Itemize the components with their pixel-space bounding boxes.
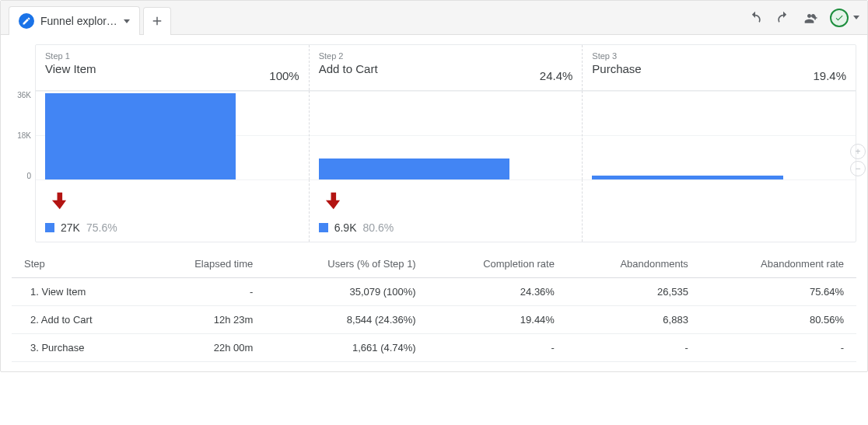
cell-elapsed: 12h 23m [145,306,265,334]
cell-arate: 80.56% [701,306,856,334]
step-label: Step 3 [592,51,641,61]
step-pct: 24.4% [540,69,573,84]
dropoff-slot-2: 6.9K 80.6% [310,179,583,242]
cell-completion: - [429,334,567,362]
bar-purchase[interactable] [592,176,782,179]
step-name: View Item [45,62,96,75]
bar-slot-1 [36,91,310,179]
bar-add-to-cart[interactable] [319,159,509,179]
legend-swatch-icon [45,223,54,232]
y-axis: 36K 18K 0 [9,91,33,180]
status-menu-caret[interactable] [853,16,859,19]
step-name: Purchase [592,62,641,75]
status-ok-icon[interactable] [830,9,849,27]
table-row[interactable]: 2. Add to Cart 12h 23m 8,544 (24.36%) 19… [12,306,856,334]
drop-arrow-icon [51,191,299,214]
topbar: Funnel explor… [1,1,867,35]
bar-slot-2 [310,91,583,179]
undo-button[interactable] [746,9,765,27]
add-tab-button[interactable] [143,7,171,35]
step-label: Step 2 [319,51,378,61]
dropoff-slot-3 [583,179,856,242]
funnel-chart: Step 1 View Item 100% Step 2 Add to Cart… [35,44,856,242]
funnel-table: Step Elapsed time Users (% of Step 1) Co… [12,250,856,362]
cell-step: 1. View Item [12,278,145,306]
app-frame: Funnel explor… [0,0,868,372]
canvas: Step 1 View Item 100% Step 2 Add to Cart… [1,35,867,371]
dropoff-row: 27K 75.6% 6.9K 80.6% [36,179,856,242]
step-pct: 19.4% [813,69,846,84]
step-name: Add to Cart [319,62,378,75]
redo-button[interactable] [774,9,793,27]
table-row[interactable]: 3. Purchase 22h 00m 1,661 (4.74%) - - - [12,334,856,362]
chevron-down-icon[interactable] [124,19,130,23]
zoom-controls: + − [850,144,866,176]
cell-completion: 24.36% [429,278,567,306]
step-label: Step 1 [45,51,96,61]
drop-arrow-icon [325,191,573,214]
cell-elapsed: 22h 00m [145,334,265,362]
cell-elapsed: - [145,278,265,306]
dropoff-slot-1: 27K 75.6% [36,179,310,242]
dropoff-rate: 75.6% [86,221,117,234]
step-header-3[interactable]: Step 3 Purchase 19.4% [583,45,856,90]
th-elapsed[interactable]: Elapsed time [145,250,265,278]
th-step[interactable]: Step [12,250,145,278]
step-header-2[interactable]: Step 2 Add to Cart 24.4% [310,45,583,90]
table-row[interactable]: 1. View Item - 35,079 (100%) 24.36% 26,5… [12,278,856,306]
pencil-icon [19,13,34,29]
zoom-in-button[interactable]: + [850,144,866,159]
bar-slot-3 [583,91,856,179]
tab-title: Funnel explor… [40,15,117,27]
dropoff-legend: 27K 75.6% [45,221,299,234]
toolbar [746,9,859,32]
step-pct: 100% [269,69,299,84]
y-tick: 0 [11,172,31,180]
bar-view-item[interactable] [45,93,236,179]
dropoff-legend: 6.9K 80.6% [319,221,573,234]
legend-swatch-icon [319,223,328,232]
th-abandonments[interactable]: Abandonments [567,250,701,278]
th-users[interactable]: Users (% of Step 1) [265,250,428,278]
tab-funnel-exploration[interactable]: Funnel explor… [9,6,140,35]
cell-abandon: - [567,334,701,362]
th-completion[interactable]: Completion rate [429,250,567,278]
cell-users: 1,661 (4.74%) [265,334,428,362]
th-abandon-rate[interactable]: Abandonment rate [701,250,856,278]
dropoff-rate: 80.6% [362,221,394,234]
cell-users: 8,544 (24.36%) [265,306,428,334]
dropoff-value: 6.9K [334,221,357,234]
cell-arate: 75.64% [701,278,856,306]
tabs-row: Funnel explor… [9,5,171,34]
cell-step: 2. Add to Cart [12,306,145,334]
share-button[interactable] [802,9,821,27]
step-headers: Step 1 View Item 100% Step 2 Add to Cart… [36,45,856,90]
zoom-out-button[interactable]: − [850,161,866,176]
bars-container [36,91,856,179]
cell-completion: 19.44% [429,306,567,334]
cell-arate: - [701,334,856,362]
dropoff-value: 27K [61,221,80,234]
table-header-row: Step Elapsed time Users (% of Step 1) Co… [12,250,856,278]
chart-body: 36K 18K 0 [36,90,856,179]
cell-abandon: 6,883 [567,306,701,334]
cell-abandon: 26,535 [567,278,701,306]
cell-step: 3. Purchase [12,334,145,362]
cell-users: 35,079 (100%) [265,278,428,306]
y-tick: 36K [11,91,31,99]
step-header-1[interactable]: Step 1 View Item 100% [36,45,310,90]
y-tick: 18K [11,131,31,140]
